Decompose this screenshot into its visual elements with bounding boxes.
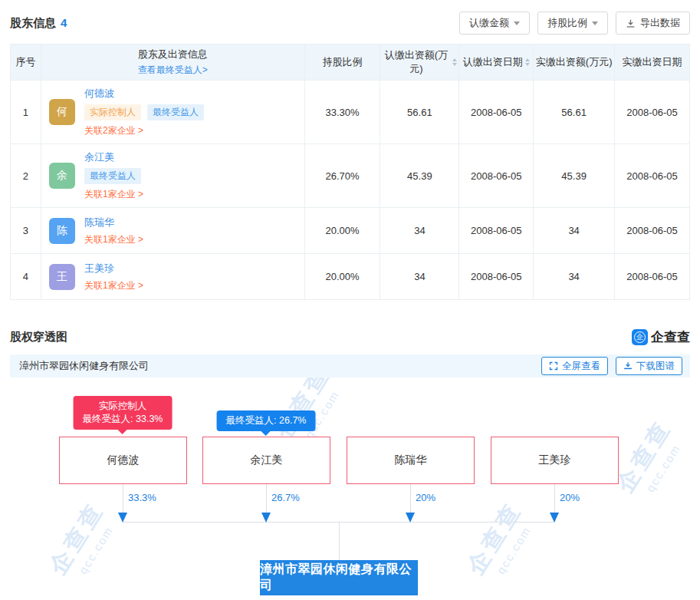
related-companies-link[interactable]: 关联1家企业 > [84, 233, 143, 246]
ownership-percent-label: 26.7% [271, 492, 300, 503]
subscribed-amount-label: 认缴金额 [469, 16, 509, 30]
chevron-down-icon [514, 21, 520, 25]
paid-date-cell: 2008-06-05 [615, 144, 690, 208]
shareholder-info-cell: 何 何德波 实际控制人 最终受益人 关联2家企业 > [41, 81, 304, 144]
table-row: 2 余 余江美 最终受益人 关联1家企业 > [11, 144, 690, 208]
avatar: 余 [49, 163, 75, 189]
equity-company-bar: 漳州市翠园休闲健身有限公司 全屏查看 下载图谱 [10, 354, 690, 377]
avatar: 王 [49, 264, 75, 290]
subscribed-amount-cell: 34 [380, 254, 459, 300]
fullscreen-label: 全屏查看 [562, 360, 600, 373]
subscribed-date-cell: 2008-06-05 [459, 144, 534, 208]
paid-amount-cell: 34 [534, 208, 615, 254]
row-no: 1 [11, 81, 41, 144]
shareholder-name-link[interactable]: 何德波 [84, 87, 114, 101]
col-header-subscribed-amount: 认缴出资额(万元) [380, 45, 459, 81]
holding-ratio-label: 持股比例 [547, 16, 587, 30]
shareholder-name-link[interactable]: 余江美 [84, 150, 114, 164]
ownership-percent-label: 20% [560, 492, 580, 503]
sort-icon[interactable] [525, 58, 530, 66]
shareholder-info-cell: 陈 陈瑞华 关联1家企业 > [41, 208, 304, 254]
qcc-logo: 企 企查查 [632, 328, 690, 346]
shareholder-name-link[interactable]: 陈瑞华 [84, 216, 114, 229]
download-icon [623, 361, 633, 371]
ownership-percent-label: 20% [416, 492, 435, 503]
export-label: 导出数据 [640, 16, 680, 30]
ratio-cell: 26.70% [304, 144, 380, 208]
shareholder-info-cell: 王 王美珍 关联1家企业 > [41, 254, 304, 300]
holding-ratio-dropdown[interactable]: 持股比例 [537, 12, 608, 35]
related-companies-link[interactable]: 关联1家企业 > [84, 188, 143, 201]
subscribed-date-cell: 2008-06-05 [459, 254, 534, 300]
shareholder-section: 股东信息4 认缴金额 持股比例 导出数据 [0, 0, 700, 300]
table-row: 3 陈 陈瑞华 关联1家企业 > 20.00% 34 2008-06-05 [11, 208, 690, 254]
actual-controller-badge: 实际控制人 最终受益人: 33.3% [74, 396, 173, 430]
beneficiary-tag: 最终受益人 [84, 168, 141, 184]
equity-section: 股权穿透图 企 企查查 漳州市翠园休闲健身有限公司 全屏查看 下载图谱 [0, 328, 700, 377]
ratio-cell: 20.00% [304, 208, 380, 254]
subscribed-amount-cell: 56.61 [380, 81, 459, 144]
sort-icon[interactable] [452, 58, 457, 66]
shareholder-title: 股东信息 [10, 16, 56, 29]
row-no: 3 [11, 208, 41, 254]
paid-date-cell: 2008-06-05 [615, 254, 690, 300]
ratio-cell: 33.30% [304, 81, 380, 144]
shareholder-name-link[interactable]: 王美珍 [84, 262, 114, 275]
subscribed-amount-cell: 45.39 [380, 144, 459, 208]
subscribed-amount-dropdown[interactable]: 认缴金额 [459, 12, 530, 35]
equity-node-shareholder[interactable]: 余江美 [202, 437, 330, 484]
table-row: 4 王 王美珍 关联1家企业 > 20.00% 34 2008-06-05 [11, 254, 690, 300]
equity-bar-company-name: 漳州市翠园休闲健身有限公司 [19, 359, 149, 373]
actual-controller-tag: 实际控制人 [84, 104, 141, 120]
equity-node-company[interactable]: 漳州市翠园休闲健身有限公司 [260, 560, 418, 595]
shareholder-section-header: 股东信息4 认缴金额 持股比例 导出数据 [10, 0, 690, 35]
arrow-down-icon [550, 513, 559, 523]
avatar: 陈 [49, 218, 75, 244]
controller-badge-line2: 最终受益人: 33.3% [83, 413, 163, 426]
equity-bar-buttons: 全屏查看 下载图谱 [541, 357, 682, 375]
paid-amount-cell: 45.39 [534, 144, 615, 208]
avatar: 何 [49, 99, 75, 125]
qcc-watermark: 企查查qcc.com [610, 414, 690, 506]
qcc-watermark: 企查查qcc.com [42, 496, 123, 588]
paid-amount-cell: 56.61 [534, 81, 615, 144]
equity-node-shareholder[interactable]: 何德波 [59, 437, 187, 484]
subscribed-date-cell: 2008-06-05 [459, 208, 534, 254]
equity-chart-canvas: 企查查qcc.com 企查查qcc.com 企查查qcc.com 企查查qcc.… [0, 377, 700, 600]
col-header-ratio: 持股比例 [304, 45, 380, 81]
paid-amount-cell: 34 [534, 254, 615, 300]
ownership-percent-label: 33.3% [128, 492, 156, 503]
paid-date-cell: 2008-06-05 [615, 81, 690, 144]
subscribed-amount-cell: 34 [380, 208, 459, 254]
shareholder-toolbar: 认缴金额 持股比例 导出数据 [459, 12, 690, 35]
table-header-row: 序号 股东及出资信息 查看最终受益人> 持股比例 认缴出资额(万元) 认缴出资日… [11, 45, 690, 81]
export-data-button[interactable]: 导出数据 [616, 12, 690, 35]
equity-node-shareholder[interactable]: 陈瑞华 [347, 437, 475, 484]
download-label: 下载图谱 [636, 360, 675, 373]
paid-date-cell: 2008-06-05 [615, 208, 690, 254]
info-header-label: 股东及出资信息 [43, 48, 303, 61]
shareholder-count: 4 [61, 16, 67, 29]
subscribed-amount-header-label: 认缴出资额(万元) [382, 48, 450, 76]
fullscreen-icon [549, 361, 558, 371]
row-no: 2 [11, 144, 41, 208]
table-row: 1 何 何德波 实际控制人 最终受益人 关联2家企业 > [11, 81, 690, 144]
equity-node-shareholder[interactable]: 王美珍 [491, 437, 619, 484]
page: 股东信息4 认缴金额 持股比例 导出数据 [0, 0, 700, 600]
arrow-down-icon [406, 513, 415, 523]
equity-title: 股权穿透图 [10, 330, 67, 345]
col-header-no: 序号 [11, 45, 41, 81]
beneficiary-tag: 最终受益人 [147, 104, 204, 120]
related-companies-link[interactable]: 关联1家企业 > [84, 279, 143, 292]
row-no: 4 [11, 254, 41, 300]
download-chart-button[interactable]: 下载图谱 [616, 357, 682, 375]
beneficiary-badge: 最终受益人: 26.7% [217, 410, 316, 431]
beneficiary-badge-label: 最终受益人: 26.7% [226, 414, 307, 427]
ratio-cell: 20.00% [304, 254, 380, 300]
fullscreen-button[interactable]: 全屏查看 [541, 357, 608, 375]
connector-line [339, 522, 340, 560]
related-companies-link[interactable]: 关联2家企业 > [84, 124, 143, 137]
view-beneficiary-link[interactable]: 查看最终受益人> [43, 64, 303, 77]
controller-badge-line1: 实际控制人 [83, 400, 163, 413]
chevron-down-icon [592, 21, 598, 25]
